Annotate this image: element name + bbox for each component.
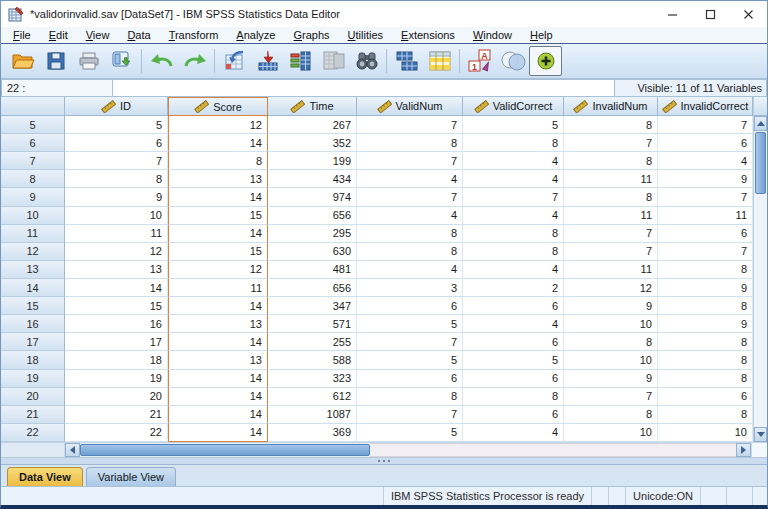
cell-id-case16[interactable]: 16 [65, 315, 168, 333]
cell-invalidnum-case18[interactable]: 10 [564, 351, 658, 369]
cell-time-case15[interactable]: 347 [268, 297, 357, 315]
cell-id-case21[interactable]: 21 [65, 406, 168, 424]
row-header-7[interactable]: 7 [1, 152, 65, 170]
cell-id-case18[interactable]: 18 [65, 351, 168, 369]
use-variable-sets-button[interactable] [496, 46, 529, 76]
column-header-time[interactable]: Time [268, 97, 357, 116]
cell-invalidnum-case7[interactable]: 8 [564, 152, 658, 170]
cell-invalidcorrect-case16[interactable]: 9 [658, 315, 753, 333]
cell-validnum-case22[interactable]: 5 [357, 424, 463, 442]
cell-validcorrect-case18[interactable]: 5 [463, 351, 564, 369]
row-header-15[interactable]: 15 [1, 297, 65, 315]
cell-id-case19[interactable]: 19 [65, 370, 168, 388]
menu-extensions[interactable]: Extensions [392, 28, 464, 42]
cell-invalidcorrect-case13[interactable]: 8 [658, 261, 753, 279]
column-header-score[interactable]: Score [168, 97, 268, 116]
cell-score-case16[interactable]: 13 [168, 315, 268, 333]
cell-id-case22[interactable]: 22 [65, 424, 168, 442]
cell-time-case13[interactable]: 481 [268, 261, 357, 279]
cell-invalidcorrect-case11[interactable]: 6 [658, 225, 753, 243]
cell-validcorrect-case19[interactable]: 6 [463, 370, 564, 388]
cell-validcorrect-case9[interactable]: 7 [463, 188, 564, 206]
vertical-scroll-thumb[interactable] [755, 132, 766, 194]
cell-validcorrect-case15[interactable]: 6 [463, 297, 564, 315]
cell-validnum-case7[interactable]: 7 [357, 152, 463, 170]
cell-invalidcorrect-case18[interactable]: 8 [658, 351, 753, 369]
cell-invalidcorrect-case7[interactable]: 4 [658, 152, 753, 170]
cell-validcorrect-case5[interactable]: 5 [463, 116, 564, 134]
cell-validnum-case5[interactable]: 7 [357, 116, 463, 134]
cell-validnum-case11[interactable]: 8 [357, 225, 463, 243]
cell-time-case6[interactable]: 352 [268, 134, 357, 152]
menu-view[interactable]: View [77, 28, 119, 42]
row-header-16[interactable]: 16 [1, 315, 65, 333]
open-data-button[interactable] [6, 46, 39, 76]
cell-time-case19[interactable]: 323 [268, 370, 357, 388]
cell-validcorrect-case20[interactable]: 8 [463, 388, 564, 406]
cell-invalidnum-case11[interactable]: 7 [564, 225, 658, 243]
cell-validcorrect-case8[interactable]: 4 [463, 170, 564, 188]
cell-score-case13[interactable]: 12 [168, 261, 268, 279]
row-header-21[interactable]: 21 [1, 406, 65, 424]
cell-validcorrect-case14[interactable]: 2 [463, 279, 564, 297]
cell-score-case11[interactable]: 14 [168, 225, 268, 243]
cell-score-case7[interactable]: 8 [168, 152, 268, 170]
cell-time-case14[interactable]: 656 [268, 279, 357, 297]
menu-data[interactable]: Data [118, 28, 159, 42]
cell-score-case6[interactable]: 14 [168, 134, 268, 152]
menu-window[interactable]: Window [464, 28, 521, 42]
split-file-button[interactable] [390, 46, 423, 76]
cell-invalidnum-case16[interactable]: 10 [564, 315, 658, 333]
row-header-13[interactable]: 13 [1, 261, 65, 279]
pane-splitter[interactable] [1, 457, 767, 464]
cell-validcorrect-case10[interactable]: 4 [463, 207, 564, 225]
cell-time-case8[interactable]: 434 [268, 170, 357, 188]
save-button[interactable] [39, 46, 72, 76]
cell-invalidcorrect-case10[interactable]: 11 [658, 207, 753, 225]
undo-button[interactable] [145, 46, 178, 76]
cell-id-case6[interactable]: 6 [65, 134, 168, 152]
cell-invalidcorrect-case22[interactable]: 10 [658, 424, 753, 442]
tab-data-view[interactable]: Data View [7, 467, 83, 486]
maximize-button[interactable] [691, 1, 729, 27]
variables-button[interactable] [284, 46, 317, 76]
cell-editor-input[interactable] [113, 79, 615, 97]
cell-id-case14[interactable]: 14 [65, 279, 168, 297]
cell-invalidcorrect-case20[interactable]: 6 [658, 388, 753, 406]
value-labels-button[interactable]: A 1 [463, 46, 496, 76]
cell-score-case15[interactable]: 14 [168, 297, 268, 315]
cell-invalidcorrect-case21[interactable]: 8 [658, 406, 753, 424]
cell-invalidnum-case19[interactable]: 9 [564, 370, 658, 388]
find-button[interactable] [350, 46, 383, 76]
row-header-18[interactable]: 18 [1, 351, 65, 369]
cell-time-case16[interactable]: 571 [268, 315, 357, 333]
column-header-invalidcorrect[interactable]: InvalidCorrect [658, 97, 753, 116]
cell-invalidnum-case20[interactable]: 7 [564, 388, 658, 406]
close-button[interactable] [729, 1, 767, 27]
cell-score-case12[interactable]: 15 [168, 243, 268, 261]
tab-variable-view[interactable]: Variable View [86, 467, 176, 486]
row-header-8[interactable]: 8 [1, 170, 65, 188]
scroll-down-button[interactable] [754, 427, 767, 442]
menu-graphs[interactable]: Graphs [284, 28, 338, 42]
scroll-left-button[interactable] [65, 443, 80, 457]
cell-validnum-case12[interactable]: 8 [357, 243, 463, 261]
menu-help[interactable]: Help [521, 28, 562, 42]
cell-id-case17[interactable]: 17 [65, 333, 168, 351]
row-header-12[interactable]: 12 [1, 243, 65, 261]
scroll-up-button[interactable] [754, 116, 767, 131]
cell-invalidnum-case22[interactable]: 10 [564, 424, 658, 442]
column-header-validcorrect[interactable]: ValidCorrect [463, 97, 564, 116]
row-header-20[interactable]: 20 [1, 388, 65, 406]
cell-validcorrect-case12[interactable]: 8 [463, 243, 564, 261]
menu-utilities[interactable]: Utilities [339, 28, 392, 42]
cell-validnum-case15[interactable]: 6 [357, 297, 463, 315]
row-header-6[interactable]: 6 [1, 134, 65, 152]
cell-validnum-case6[interactable]: 8 [357, 134, 463, 152]
cell-id-case10[interactable]: 10 [65, 207, 168, 225]
cell-time-case11[interactable]: 295 [268, 225, 357, 243]
menu-transform[interactable]: Transform [160, 28, 228, 42]
cell-invalidcorrect-case19[interactable]: 8 [658, 370, 753, 388]
cell-validcorrect-case21[interactable]: 6 [463, 406, 564, 424]
cell-id-case11[interactable]: 11 [65, 225, 168, 243]
